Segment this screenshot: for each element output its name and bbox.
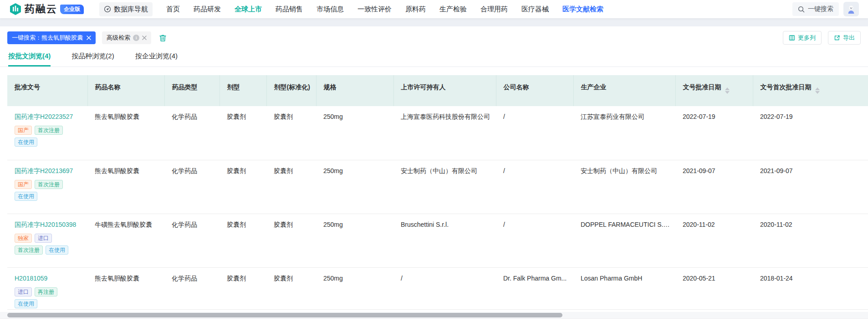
nav-item-drug-rd[interactable]: 药品研发 — [194, 5, 221, 14]
col-drug-type: 药品类型 — [164, 75, 220, 106]
col-company-name: 公司名称 — [496, 75, 573, 106]
more-columns-button[interactable]: 更多列 — [783, 31, 822, 45]
export-button[interactable]: 导出 — [828, 31, 861, 45]
tag-in-use: 在使用 — [15, 192, 37, 201]
tag-imported: 进口 — [35, 234, 52, 243]
tag-first-registration: 首次注册 — [15, 245, 43, 255]
holder-cell: / — [393, 267, 496, 309]
approval-date-cell: 2020-11-02 — [675, 214, 753, 267]
drug-type-cell: 化学药品 — [164, 267, 220, 309]
col-approval-date-label: 文号批准日期 — [683, 83, 721, 91]
navbar-right: 一键搜索 — [792, 2, 859, 16]
drug-name-cell: 熊去氧胆酸胶囊 — [87, 160, 164, 214]
company-cell: / — [496, 160, 573, 214]
nav-item-production-inspection[interactable]: 生产检验 — [439, 5, 467, 14]
tab-by-variety[interactable]: 按品种浏览(2) — [71, 52, 114, 66]
approval-number-link[interactable]: 国药准字H20223527 — [15, 113, 73, 120]
brand-name: 药融云 — [25, 2, 57, 16]
more-columns-label: 更多列 — [798, 34, 816, 42]
col-drug-name: 药品名称 — [87, 75, 164, 106]
table-row: 国药准字HJ20150398 独家 进口 首次注册 在使用 牛磺熊去氧胆酸胶囊 … — [7, 214, 868, 267]
approval-number-link[interactable]: 国药准字H20213697 — [15, 167, 73, 174]
enterprise-badge: 企业版 — [60, 5, 84, 14]
approval-number-link[interactable]: H20181059 — [15, 275, 47, 282]
dosage-form-std-cell: 胶囊剂 — [266, 106, 316, 160]
col-approval-date[interactable]: 文号批准日期 — [675, 75, 753, 106]
nav-item-api[interactable]: 原料药 — [405, 5, 426, 14]
manufacturer-cell: 江苏宣泰药业有限公司 — [573, 106, 675, 160]
user-icon — [846, 4, 856, 14]
nav-item-home[interactable]: 首页 — [166, 5, 180, 14]
info-icon[interactable] — [133, 35, 139, 41]
manufacturer-cell: DOPPEL FARMACEUTICI S.R.L. — [573, 214, 675, 267]
first-approval-date-cell: 2018-01-24 — [753, 267, 868, 309]
tag-in-use: 在使用 — [46, 245, 68, 255]
trash-icon[interactable] — [158, 34, 167, 42]
tag-imported: 进口 — [15, 287, 32, 296]
holder-cell: Bruschettini S.r.l. — [393, 214, 496, 267]
col-approval-number: 批准文号 — [7, 75, 87, 106]
nav-item-rational-use[interactable]: 合理用药 — [480, 5, 508, 14]
nav-item-database-navigator[interactable]: 数据库导航 — [99, 2, 153, 16]
user-avatar[interactable] — [843, 2, 859, 16]
approval-date-cell: 2022-07-19 — [675, 106, 753, 160]
nav-item-label: 数据库导航 — [114, 5, 148, 14]
col-dosage-form-standardized: 剂型(标准化) — [266, 75, 316, 106]
nav-item-medical-devices[interactable]: 医疗器械 — [521, 5, 549, 14]
nav-item-drug-sales[interactable]: 药品销售 — [276, 5, 303, 14]
drug-type-cell: 化学药品 — [164, 214, 220, 267]
horizontal-scrollbar-track[interactable] — [0, 312, 868, 319]
table-row: 国药准字H20223527 国产 首次注册 在使用 熊去氧胆酸胶囊 化学药品 胶… — [7, 106, 868, 160]
search-filter-label: 一键搜索：熊去氧胆酸胶囊 — [12, 34, 83, 42]
tab-by-company[interactable]: 按企业浏览(4) — [135, 52, 178, 66]
dosage-form-std-cell: 胶囊剂 — [266, 160, 316, 214]
tag-in-use: 在使用 — [15, 299, 37, 308]
tag-first-registration: 首次注册 — [35, 180, 63, 189]
drug-name-cell: 牛磺熊去氧胆酸胶囊 — [87, 214, 164, 267]
close-icon[interactable] — [142, 36, 147, 40]
tag-domestic: 国产 — [15, 126, 32, 135]
approval-date-cell: 2020-05-21 — [675, 267, 753, 309]
quick-search-label: 一键搜索 — [808, 5, 833, 13]
col-first-approval-date[interactable]: 文号首次批准日期 — [753, 75, 868, 106]
company-cell: Dr. Falk Pharma Gm... — [496, 267, 573, 309]
specification-cell: 250mg — [316, 267, 393, 309]
tag-domestic: 国产 — [15, 180, 32, 189]
first-approval-date-cell: 2022-07-19 — [753, 106, 868, 160]
tab-by-approval-doc[interactable]: 按批文浏览(4) — [8, 52, 51, 66]
manufacturer-cell: 安士制药（中山）有限公司 — [573, 160, 675, 214]
sort-icon[interactable] — [725, 87, 730, 94]
top-navbar: 药融云 企业版 数据库导航 首页 药品研发 全球上市 药品销售 市场信息 一致性… — [0, 0, 868, 18]
col-manufacturer: 生产企业 — [573, 75, 675, 106]
first-approval-date-cell: 2021-09-07 — [753, 160, 868, 214]
quick-search-button[interactable]: 一键搜索 — [792, 2, 839, 16]
main-nav: 数据库导航 首页 药品研发 全球上市 药品销售 市场信息 一致性评价 原料药 生… — [99, 2, 603, 16]
nav-item-market-info[interactable]: 市场信息 — [317, 5, 344, 14]
table-row: H20181059 进口 再注册 在使用 熊去氧胆酸胶囊 化学药品 胶囊剂 胶囊… — [7, 267, 868, 309]
brand-logo[interactable]: 药融云 企业版 — [9, 2, 84, 16]
approval-number-link[interactable]: 国药准字HJ20150398 — [15, 221, 76, 228]
drug-type-cell: 化学药品 — [164, 160, 220, 214]
export-label: 导出 — [843, 34, 855, 42]
close-icon[interactable] — [87, 36, 91, 40]
company-cell: / — [496, 106, 573, 160]
dosage-form-std-cell: 胶囊剂 — [266, 267, 316, 309]
sort-icon[interactable] — [815, 87, 820, 94]
nav-item-global-listing[interactable]: 全球上市 — [235, 5, 262, 14]
nav-item-consistency-eval[interactable]: 一致性评价 — [357, 5, 392, 14]
table-header-row: 批准文号 药品名称 药品类型 剂型 剂型(标准化) 规格 上市许可持有人 公司名… — [7, 75, 868, 106]
advanced-search-chip: 高级检索 — [102, 31, 151, 44]
dosage-form-cell: 胶囊剂 — [220, 214, 266, 267]
holder-cell: 安士制药（中山）有限公司 — [393, 160, 496, 214]
table-row: 国药准字H20213697 国产 首次注册 在使用 熊去氧胆酸胶囊 化学药品 胶… — [7, 160, 868, 214]
results-table: 批准文号 药品名称 药品类型 剂型 剂型(标准化) 规格 上市许可持有人 公司名… — [7, 75, 868, 310]
advanced-search-label: 高级检索 — [107, 34, 130, 42]
drug-name-cell: 熊去氧胆酸胶囊 — [87, 106, 164, 160]
horizontal-scrollbar-thumb[interactable] — [7, 313, 562, 317]
dosage-form-cell: 胶囊剂 — [220, 160, 266, 214]
company-cell: / — [496, 214, 573, 267]
manufacturer-cell: Losan Pharma GmbH — [573, 267, 675, 309]
nav-item-medical-literature-search[interactable]: 医学文献检索 — [562, 5, 603, 14]
dosage-form-cell: 胶囊剂 — [220, 267, 266, 309]
holder-cell: 上海宣泰医药科技股份有限公司 — [393, 106, 496, 160]
